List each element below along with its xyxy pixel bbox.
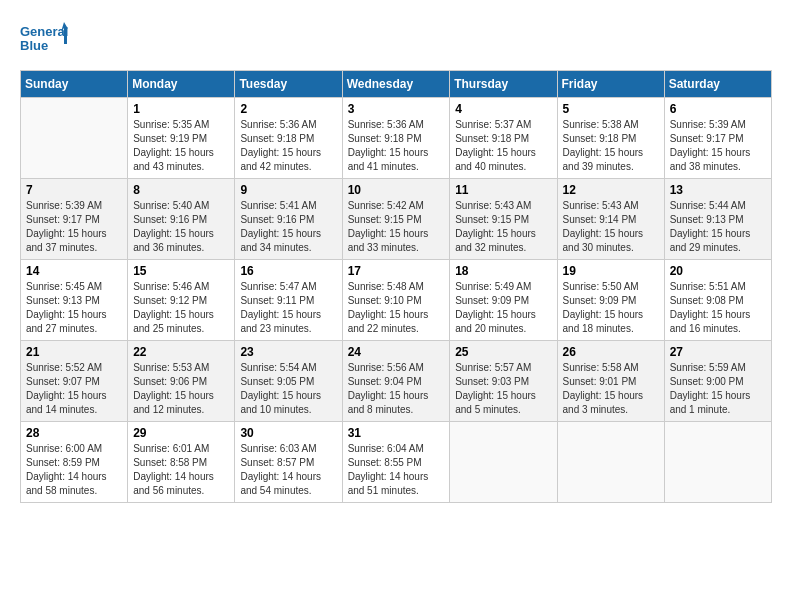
svg-text:Blue: Blue [20,38,48,53]
day-number: 8 [133,183,229,197]
logo-svg: General Blue [20,20,68,60]
calendar-cell: 2Sunrise: 5:36 AMSunset: 9:18 PMDaylight… [235,98,342,179]
weekday-header: Saturday [664,71,771,98]
calendar-cell: 7Sunrise: 5:39 AMSunset: 9:17 PMDaylight… [21,179,128,260]
day-info: Sunrise: 5:46 AMSunset: 9:12 PMDaylight:… [133,280,229,336]
calendar-cell: 15Sunrise: 5:46 AMSunset: 9:12 PMDayligh… [128,260,235,341]
day-number: 25 [455,345,551,359]
calendar-cell: 14Sunrise: 5:45 AMSunset: 9:13 PMDayligh… [21,260,128,341]
calendar-cell: 19Sunrise: 5:50 AMSunset: 9:09 PMDayligh… [557,260,664,341]
day-info: Sunrise: 5:59 AMSunset: 9:00 PMDaylight:… [670,361,766,417]
svg-text:General: General [20,24,68,39]
day-info: Sunrise: 5:56 AMSunset: 9:04 PMDaylight:… [348,361,445,417]
calendar-cell [21,98,128,179]
calendar-cell: 24Sunrise: 5:56 AMSunset: 9:04 PMDayligh… [342,341,450,422]
day-number: 28 [26,426,122,440]
calendar-cell: 22Sunrise: 5:53 AMSunset: 9:06 PMDayligh… [128,341,235,422]
day-number: 7 [26,183,122,197]
day-number: 26 [563,345,659,359]
calendar-table: SundayMondayTuesdayWednesdayThursdayFrid… [20,70,772,503]
day-info: Sunrise: 5:43 AMSunset: 9:15 PMDaylight:… [455,199,551,255]
calendar-cell: 4Sunrise: 5:37 AMSunset: 9:18 PMDaylight… [450,98,557,179]
day-info: Sunrise: 5:52 AMSunset: 9:07 PMDaylight:… [26,361,122,417]
day-info: Sunrise: 6:03 AMSunset: 8:57 PMDaylight:… [240,442,336,498]
day-number: 24 [348,345,445,359]
calendar-cell: 3Sunrise: 5:36 AMSunset: 9:18 PMDaylight… [342,98,450,179]
day-info: Sunrise: 5:49 AMSunset: 9:09 PMDaylight:… [455,280,551,336]
calendar-cell: 16Sunrise: 5:47 AMSunset: 9:11 PMDayligh… [235,260,342,341]
day-number: 22 [133,345,229,359]
calendar-cell: 27Sunrise: 5:59 AMSunset: 9:00 PMDayligh… [664,341,771,422]
calendar-cell: 30Sunrise: 6:03 AMSunset: 8:57 PMDayligh… [235,422,342,503]
weekday-header: Tuesday [235,71,342,98]
day-number: 1 [133,102,229,116]
calendar-cell: 17Sunrise: 5:48 AMSunset: 9:10 PMDayligh… [342,260,450,341]
calendar-header-row: SundayMondayTuesdayWednesdayThursdayFrid… [21,71,772,98]
day-info: Sunrise: 5:38 AMSunset: 9:18 PMDaylight:… [563,118,659,174]
calendar-cell: 11Sunrise: 5:43 AMSunset: 9:15 PMDayligh… [450,179,557,260]
calendar-week-row: 1Sunrise: 5:35 AMSunset: 9:19 PMDaylight… [21,98,772,179]
day-info: Sunrise: 5:45 AMSunset: 9:13 PMDaylight:… [26,280,122,336]
day-number: 9 [240,183,336,197]
day-info: Sunrise: 5:37 AMSunset: 9:18 PMDaylight:… [455,118,551,174]
day-info: Sunrise: 5:36 AMSunset: 9:18 PMDaylight:… [240,118,336,174]
weekday-header: Monday [128,71,235,98]
day-number: 6 [670,102,766,116]
weekday-header: Wednesday [342,71,450,98]
day-number: 12 [563,183,659,197]
calendar-cell [450,422,557,503]
calendar-cell: 18Sunrise: 5:49 AMSunset: 9:09 PMDayligh… [450,260,557,341]
day-info: Sunrise: 6:00 AMSunset: 8:59 PMDaylight:… [26,442,122,498]
day-info: Sunrise: 6:04 AMSunset: 8:55 PMDaylight:… [348,442,445,498]
day-info: Sunrise: 5:43 AMSunset: 9:14 PMDaylight:… [563,199,659,255]
day-number: 23 [240,345,336,359]
day-info: Sunrise: 5:44 AMSunset: 9:13 PMDaylight:… [670,199,766,255]
day-info: Sunrise: 5:41 AMSunset: 9:16 PMDaylight:… [240,199,336,255]
day-info: Sunrise: 5:39 AMSunset: 9:17 PMDaylight:… [26,199,122,255]
day-number: 30 [240,426,336,440]
page-header: General Blue [20,20,772,60]
calendar-cell: 6Sunrise: 5:39 AMSunset: 9:17 PMDaylight… [664,98,771,179]
calendar-cell [557,422,664,503]
calendar-cell: 21Sunrise: 5:52 AMSunset: 9:07 PMDayligh… [21,341,128,422]
day-info: Sunrise: 5:39 AMSunset: 9:17 PMDaylight:… [670,118,766,174]
day-info: Sunrise: 5:42 AMSunset: 9:15 PMDaylight:… [348,199,445,255]
day-number: 11 [455,183,551,197]
day-number: 3 [348,102,445,116]
calendar-week-row: 21Sunrise: 5:52 AMSunset: 9:07 PMDayligh… [21,341,772,422]
calendar-cell: 31Sunrise: 6:04 AMSunset: 8:55 PMDayligh… [342,422,450,503]
day-info: Sunrise: 5:48 AMSunset: 9:10 PMDaylight:… [348,280,445,336]
calendar-cell: 28Sunrise: 6:00 AMSunset: 8:59 PMDayligh… [21,422,128,503]
weekday-header: Sunday [21,71,128,98]
weekday-header: Thursday [450,71,557,98]
day-info: Sunrise: 5:36 AMSunset: 9:18 PMDaylight:… [348,118,445,174]
day-number: 10 [348,183,445,197]
day-number: 15 [133,264,229,278]
calendar-cell: 9Sunrise: 5:41 AMSunset: 9:16 PMDaylight… [235,179,342,260]
day-info: Sunrise: 5:47 AMSunset: 9:11 PMDaylight:… [240,280,336,336]
day-info: Sunrise: 5:57 AMSunset: 9:03 PMDaylight:… [455,361,551,417]
day-info: Sunrise: 5:40 AMSunset: 9:16 PMDaylight:… [133,199,229,255]
calendar-cell: 1Sunrise: 5:35 AMSunset: 9:19 PMDaylight… [128,98,235,179]
day-number: 21 [26,345,122,359]
calendar-cell: 26Sunrise: 5:58 AMSunset: 9:01 PMDayligh… [557,341,664,422]
calendar-cell [664,422,771,503]
day-number: 17 [348,264,445,278]
day-number: 13 [670,183,766,197]
calendar-cell: 10Sunrise: 5:42 AMSunset: 9:15 PMDayligh… [342,179,450,260]
day-number: 31 [348,426,445,440]
calendar-cell: 8Sunrise: 5:40 AMSunset: 9:16 PMDaylight… [128,179,235,260]
calendar-week-row: 14Sunrise: 5:45 AMSunset: 9:13 PMDayligh… [21,260,772,341]
calendar-cell: 13Sunrise: 5:44 AMSunset: 9:13 PMDayligh… [664,179,771,260]
day-number: 27 [670,345,766,359]
day-info: Sunrise: 5:51 AMSunset: 9:08 PMDaylight:… [670,280,766,336]
day-info: Sunrise: 5:50 AMSunset: 9:09 PMDaylight:… [563,280,659,336]
day-number: 5 [563,102,659,116]
day-info: Sunrise: 6:01 AMSunset: 8:58 PMDaylight:… [133,442,229,498]
day-number: 19 [563,264,659,278]
day-info: Sunrise: 5:53 AMSunset: 9:06 PMDaylight:… [133,361,229,417]
calendar-week-row: 7Sunrise: 5:39 AMSunset: 9:17 PMDaylight… [21,179,772,260]
calendar-cell: 20Sunrise: 5:51 AMSunset: 9:08 PMDayligh… [664,260,771,341]
day-number: 4 [455,102,551,116]
day-info: Sunrise: 5:54 AMSunset: 9:05 PMDaylight:… [240,361,336,417]
